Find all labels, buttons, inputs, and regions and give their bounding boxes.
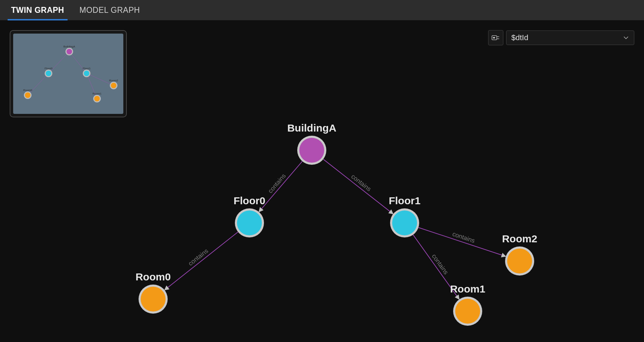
node-Floor1[interactable]: Floor1: [389, 195, 421, 237]
tab-bar: TWIN GRAPH MODEL GRAPH: [0, 0, 644, 20]
graph-canvas[interactable]: BuildingAFloor0Floor1Room0Room1Room2 $dt…: [0, 20, 644, 342]
tab-twin-graph[interactable]: TWIN GRAPH: [3, 0, 72, 20]
node-label: Room1: [450, 283, 485, 295]
edge-Floor0-Room0[interactable]: [165, 232, 238, 290]
node-Room0[interactable]: Room0: [135, 271, 171, 314]
node-Room2[interactable]: Room2: [502, 233, 537, 276]
edge-BuildingA-Floor0[interactable]: [259, 161, 302, 212]
svg-point-15: [392, 210, 417, 235]
tab-model-graph[interactable]: MODEL GRAPH: [72, 0, 148, 20]
svg-point-21: [507, 249, 532, 273]
svg-point-11: [299, 138, 324, 163]
edge-Floor1-Room2[interactable]: [418, 227, 506, 256]
twin-graph[interactable]: containscontainscontainscontainscontains…: [0, 20, 644, 342]
node-BuildingA[interactable]: BuildingA: [287, 122, 336, 165]
svg-point-19: [455, 299, 480, 324]
node-label: Room0: [135, 271, 171, 282]
node-label: Room2: [502, 233, 537, 244]
edge-BuildingA-Floor1[interactable]: [323, 159, 393, 214]
node-label: Floor0: [233, 195, 265, 206]
node-label: Floor1: [389, 195, 421, 206]
node-label: BuildingA: [287, 122, 336, 134]
svg-point-17: [141, 287, 166, 312]
node-Floor0[interactable]: Floor0: [233, 195, 265, 237]
node-Room1[interactable]: Room1: [450, 283, 485, 326]
svg-point-13: [237, 210, 262, 235]
